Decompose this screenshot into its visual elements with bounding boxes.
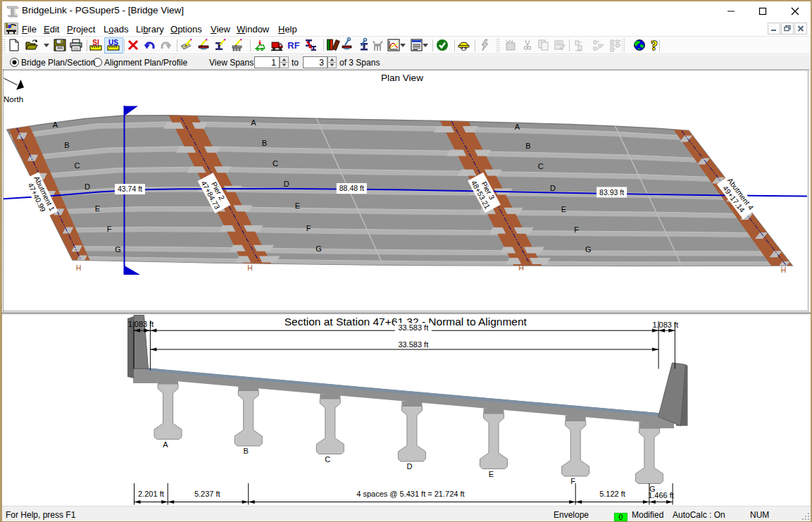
svg-text:F: F xyxy=(574,225,579,234)
svg-text:D: D xyxy=(550,184,556,192)
svg-text:A: A xyxy=(163,440,168,449)
svg-text:88.48 ft: 88.48 ft xyxy=(339,184,364,192)
svg-text:A: A xyxy=(515,123,520,131)
svg-text:North: North xyxy=(4,95,23,104)
svg-text:G: G xyxy=(316,244,322,253)
svg-text:83.93 ft: 83.93 ft xyxy=(599,188,624,197)
svg-text:E: E xyxy=(95,204,100,213)
svg-text:C: C xyxy=(325,455,330,464)
svg-text:F: F xyxy=(306,224,311,232)
svg-text:G: G xyxy=(115,245,121,254)
svg-text:4 spaces @ 5.431 ft = 21.724 f: 4 spaces @ 5.431 ft = 21.724 ft xyxy=(356,490,464,498)
svg-text:C: C xyxy=(538,162,544,170)
svg-text:E: E xyxy=(295,201,300,210)
svg-text:33.583 ft: 33.583 ft xyxy=(398,323,428,332)
svg-text:B: B xyxy=(64,141,69,149)
svg-text:H: H xyxy=(518,263,524,272)
svg-text:RF: RF xyxy=(287,40,299,51)
svg-text:1.083 ft: 1.083 ft xyxy=(652,321,678,329)
svg-text:H: H xyxy=(76,263,82,272)
svg-text:G: G xyxy=(585,245,592,254)
svg-text:?: ? xyxy=(651,38,658,53)
svg-text:D: D xyxy=(284,180,289,188)
svg-text:2.201 ft: 2.201 ft xyxy=(138,490,164,498)
svg-text:A: A xyxy=(53,120,58,129)
svg-text:US: US xyxy=(108,39,118,46)
svg-text:5.237 ft: 5.237 ft xyxy=(194,490,220,498)
svg-text:H: H xyxy=(247,263,253,272)
svg-text:D: D xyxy=(406,462,412,471)
svg-text:43.74 ft: 43.74 ft xyxy=(118,185,142,193)
svg-text:C: C xyxy=(273,159,278,168)
svg-text:F: F xyxy=(570,477,575,485)
svg-text:A: A xyxy=(251,118,256,127)
svg-text:SI: SI xyxy=(92,39,99,46)
svg-text:C: C xyxy=(75,161,80,170)
svg-text:F: F xyxy=(107,225,112,233)
svg-text:B: B xyxy=(525,142,530,150)
svg-text:D: D xyxy=(85,182,90,191)
svg-text:B: B xyxy=(244,447,249,455)
svg-text:1.083 ft: 1.083 ft xyxy=(128,320,154,328)
svg-text:1.466 ft: 1.466 ft xyxy=(648,491,674,499)
svg-text:Plan View: Plan View xyxy=(381,73,423,83)
svg-text:E: E xyxy=(489,470,494,478)
svg-text:33.583 ft: 33.583 ft xyxy=(398,340,428,349)
svg-text:B: B xyxy=(262,139,267,147)
svg-text:5.122 ft: 5.122 ft xyxy=(599,490,625,498)
svg-text:H: H xyxy=(781,266,787,274)
svg-text:E: E xyxy=(561,205,566,213)
